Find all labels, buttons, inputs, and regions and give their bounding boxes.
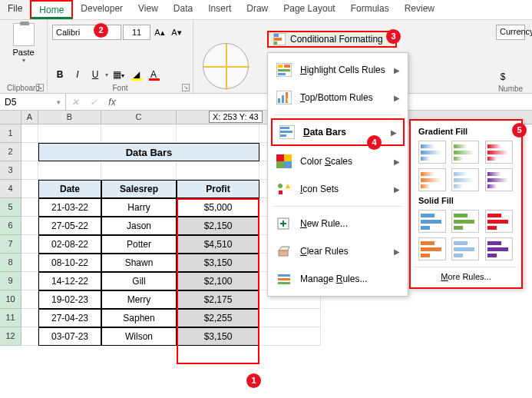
table-header-date[interactable]: Date (38, 180, 101, 198)
italic-button[interactable]: I (70, 67, 85, 82)
table-row[interactable]: $5,000 (177, 198, 259, 217)
row-header-9[interactable]: 9 (0, 272, 21, 290)
row-header-8[interactable]: 8 (0, 254, 21, 272)
row-header-10[interactable]: 10 (0, 290, 21, 309)
tab-draw[interactable]: Draw (239, 0, 276, 19)
table-row[interactable]: 27-05-22 (38, 217, 101, 235)
databar-gradient-purple[interactable] (485, 168, 513, 191)
font-color-button[interactable]: A (146, 67, 161, 82)
table-row[interactable]: Shawn (101, 254, 177, 272)
tab-insert[interactable]: Insert (200, 0, 239, 19)
table-row[interactable]: 14-12-22 (38, 272, 101, 290)
decrease-font-button[interactable]: A▾ (169, 25, 184, 40)
fx-button[interactable]: fx (103, 97, 121, 108)
col-header-C[interactable]: C (101, 111, 177, 124)
paste-label: Paste (12, 48, 34, 57)
table-row[interactable]: 27-04-23 (38, 309, 101, 327)
cf-topbottom-item[interactable]: 10 Top/Bottom Rules ▶ (268, 84, 408, 111)
clipboard-dialog-launcher[interactable]: ↘ (36, 84, 44, 91)
row-header-11[interactable]: 11 (0, 309, 21, 327)
row-header-5[interactable]: 5 (0, 198, 21, 217)
number-format-combo[interactable]: Currency (496, 25, 525, 40)
font-dialog-launcher[interactable]: ↘ (182, 84, 190, 91)
svg-rect-27 (284, 65, 290, 68)
borders-button[interactable]: ▦▾ (111, 67, 126, 82)
tab-data[interactable]: Data (166, 0, 200, 19)
table-row[interactable]: 03-07-23 (38, 327, 101, 346)
row-header-6[interactable]: 6 (0, 217, 21, 235)
cf-colorscales-item[interactable]: Color Scales ▶ (268, 148, 408, 175)
databar-solid-orange[interactable] (418, 237, 446, 260)
underline-button[interactable]: U (88, 67, 103, 82)
table-row[interactable]: 19-02-23 (38, 290, 101, 309)
table-row[interactable]: Merry (101, 290, 177, 309)
table-row[interactable]: $3,150 (177, 327, 259, 346)
menu-label: Data Bars (303, 127, 346, 138)
cf-clearrules-item[interactable]: Clear Rules ▶ (268, 237, 408, 265)
cf-iconsets-item[interactable]: Icon Sets ▶ (268, 175, 408, 203)
increase-font-button[interactable]: A▴ (152, 25, 167, 40)
cf-newrule-item[interactable]: New Rule... (268, 210, 408, 237)
table-row[interactable]: Harry (101, 198, 177, 217)
table-row[interactable]: $2,255 (177, 309, 259, 327)
databar-solid-blue[interactable] (418, 210, 446, 233)
table-header-rep[interactable]: Salesrep (101, 180, 177, 198)
conditional-formatting-button[interactable]: Conditional Formatting ▾ (267, 31, 397, 48)
table-row[interactable]: Gill (101, 272, 177, 290)
table-row[interactable]: $4,510 (177, 235, 259, 254)
table-row[interactable]: Saphen (101, 309, 177, 327)
name-box[interactable]: D5 (0, 94, 66, 110)
font-size-combo[interactable] (123, 25, 150, 40)
databar-gradient-blue[interactable] (418, 141, 446, 164)
tab-pagelayout[interactable]: Page Layout (276, 0, 342, 19)
tab-review[interactable]: Review (397, 0, 442, 19)
row-header-2[interactable]: 2 (0, 143, 21, 161)
table-title[interactable]: Data Bars (38, 143, 259, 161)
table-row[interactable]: $3,150 (177, 254, 259, 272)
table-row[interactable]: Jason (101, 217, 177, 235)
gradient-fill-label: Gradient Fill (415, 125, 517, 138)
tab-file[interactable]: File (0, 0, 30, 19)
databar-solid-red[interactable] (485, 210, 513, 233)
cancel-formula-button[interactable]: ✕ (66, 97, 84, 108)
col-header-B[interactable]: B (38, 111, 101, 124)
cf-highlight-cells-item[interactable]: Highlight Cells Rules ▶ (268, 56, 408, 84)
table-row[interactable]: Potter (101, 235, 177, 254)
row-header-1[interactable]: 1 (0, 124, 21, 143)
table-row[interactable]: $2,175 (177, 290, 259, 309)
enter-formula-button[interactable]: ✓ (84, 97, 103, 108)
table-header-profit[interactable]: Profit (177, 180, 259, 198)
table-row[interactable]: $2,100 (177, 272, 259, 290)
cf-managerules-item[interactable]: Manage Rules... (268, 265, 408, 293)
databar-gradient-lightblue[interactable] (451, 168, 479, 191)
table-row[interactable]: 08-10-22 (38, 254, 101, 272)
table-row[interactable]: Wilson (101, 327, 177, 346)
databar-gradient-orange[interactable] (418, 168, 446, 191)
databar-solid-green[interactable] (451, 210, 479, 233)
tab-view[interactable]: View (131, 0, 166, 19)
databar-gradient-red[interactable] (485, 141, 513, 164)
databars-more-rules[interactable]: More Rules... (415, 267, 517, 283)
bold-button[interactable]: B (52, 67, 68, 82)
col-header-A[interactable]: A (21, 111, 38, 124)
row-header-4[interactable]: 4 (0, 180, 21, 198)
tab-home[interactable]: Home (30, 0, 73, 19)
group-label-number: Numbe (491, 85, 530, 93)
paste-button[interactable]: Paste ▾ (5, 23, 42, 64)
row-header-12[interactable]: 12 (0, 327, 21, 346)
table-row[interactable]: 21-03-22 (38, 198, 101, 217)
table-row[interactable]: 02-08-22 (38, 235, 101, 254)
select-all-corner[interactable] (0, 111, 21, 124)
row-header-7[interactable]: 7 (0, 235, 21, 254)
tab-formulas[interactable]: Formulas (343, 0, 397, 19)
databar-solid-purple[interactable] (485, 237, 513, 260)
table-row[interactable]: $2,150 (177, 217, 259, 235)
fill-color-button[interactable]: ◢ (128, 67, 144, 82)
row-header-3[interactable]: 3 (0, 161, 21, 180)
databar-gradient-green[interactable] (451, 141, 479, 164)
font-name-combo[interactable] (52, 25, 121, 40)
cf-databars-item[interactable]: Data Bars ▶ (271, 118, 405, 146)
tab-developer[interactable]: Developer (73, 0, 131, 19)
accounting-button[interactable]: $ (496, 71, 510, 83)
databar-solid-lightblue[interactable] (451, 237, 479, 260)
